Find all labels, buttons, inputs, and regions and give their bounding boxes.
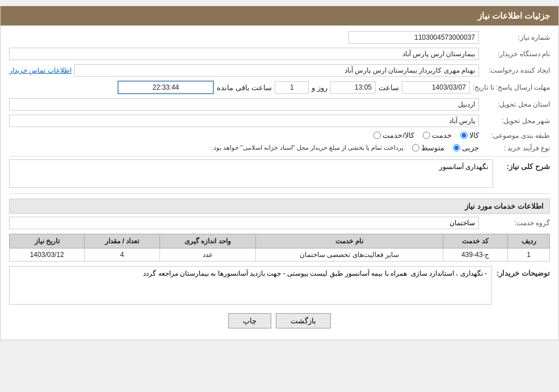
radio-kala-khedmat-item[interactable]: کالا/خدمت bbox=[373, 131, 414, 140]
sharh-niaz-textarea[interactable] bbox=[9, 159, 493, 188]
creator-link[interactable]: اطلاعات تماس خریدار bbox=[9, 66, 72, 74]
radio-motevaset[interactable] bbox=[412, 144, 419, 151]
services-table: ردیف کد خدمت نام خدمت واحد اندازه گیری ت… bbox=[9, 234, 550, 262]
back-button[interactable]: بازگشت bbox=[276, 313, 331, 328]
name-dastgah-value: بیمارستان ارس پارس آباد bbox=[9, 48, 479, 60]
gorohe-khedmat-label: گروه خدمت: bbox=[482, 219, 550, 227]
shomara-niaz-label: شماره نیاز: bbox=[482, 33, 550, 41]
radio-kala-label: کالا bbox=[469, 131, 479, 140]
shahr-row: شهر محل تحویل: پارس آباد bbox=[9, 115, 550, 127]
gorohe-khedmat-input[interactable] bbox=[9, 217, 479, 229]
radio-khedmat-label: خدمت bbox=[432, 131, 452, 140]
nooe-farayand-label: نوع فرآیند خرید : bbox=[482, 144, 550, 152]
radio-kala-khedmat-label: کالا/خدمت bbox=[383, 131, 414, 140]
page-wrapper: جزئیات اطلاعات نیاز شماره نیاز: 11030045… bbox=[0, 6, 559, 340]
sharh-niaz-content bbox=[9, 159, 493, 189]
cell-name: سایر فعالیت‌های تخصصی ساختمان bbox=[256, 248, 443, 262]
shomara-niaz-row: شماره نیاز: 1103004573000037 bbox=[9, 31, 550, 44]
shomara-niaz-value: 1103004573000037 bbox=[348, 31, 479, 44]
mohlat-label: مهلت ارسال پاسخ: تا تاریخ: bbox=[473, 83, 550, 91]
cell-tedad: 4 bbox=[85, 248, 159, 262]
note-text: پرداخت تمام یا بخشی از مبلغ خریدار محل "… bbox=[211, 144, 404, 151]
sharh-niaz-section: شرح کلی نیاز: bbox=[9, 159, 550, 189]
col-name: نام خدمت bbox=[256, 234, 443, 248]
services-section-title: اطلاعات خدمات مورد نیاز bbox=[9, 199, 550, 214]
buyer-desc-label: توضیحات خریدار: bbox=[497, 266, 550, 277]
radio-khedmat-item[interactable]: خدمت bbox=[423, 131, 452, 140]
col-tarikh: تاریخ نیاز bbox=[10, 234, 85, 248]
services-table-section: ردیف کد خدمت نام خدمت واحد اندازه گیری ت… bbox=[9, 234, 550, 262]
time-label: ساعت bbox=[379, 83, 399, 92]
gorohe-khedmat-row: گروه خدمت: bbox=[9, 217, 550, 229]
cell-tarikh: 1403/03/12 bbox=[10, 248, 85, 262]
ostan-value: اردبیل bbox=[9, 98, 479, 111]
nooe-farayand-row: نوع فرآیند خرید : متوسط جزیی پرداخت تمام… bbox=[9, 144, 550, 152]
buyer-desc-section: توضیحات خریدار: bbox=[9, 266, 550, 305]
print-button[interactable]: چاپ bbox=[228, 313, 271, 328]
cell-vahed: عدد bbox=[159, 248, 256, 262]
radio-kala[interactable] bbox=[460, 132, 468, 139]
radio-motevaset-item[interactable]: متوسط bbox=[412, 144, 444, 152]
tabaqe-row: طبقه بندی موضوعی: کالا/خدمت خدمت کالا bbox=[9, 131, 550, 140]
table-row: 1ج-43-439سایر فعالیت‌های تخصصی ساختمانعد… bbox=[10, 248, 550, 262]
remaining-value: 22:33:44 bbox=[117, 81, 214, 94]
ostan-label: استان محل تحویل: bbox=[482, 100, 550, 108]
divider-1 bbox=[9, 156, 550, 157]
radio-jozee-item[interactable]: جزیی bbox=[453, 144, 479, 152]
radio-khedmat[interactable] bbox=[423, 132, 430, 139]
tabaqe-label: طبقه بندی موضوعی: bbox=[482, 132, 550, 140]
buyer-desc-textarea[interactable] bbox=[9, 266, 492, 305]
time-value: 13:05 bbox=[330, 81, 376, 94]
col-vahed: واحد اندازه گیری bbox=[159, 234, 256, 248]
radio-kala-item[interactable]: کالا bbox=[460, 131, 479, 140]
radio-motevaset-label: متوسط bbox=[421, 144, 444, 152]
cell-radif: 1 bbox=[508, 248, 550, 262]
mohlat-row: مهلت ارسال پاسخ: تا تاریخ: 1403/03/07 سا… bbox=[9, 81, 550, 94]
ostan-row: استان محل تحویل: اردبیل bbox=[9, 98, 550, 111]
content-area: شماره نیاز: 1103004573000037 نام دستگاه … bbox=[1, 26, 558, 340]
name-dastgah-label: نام دستگاه خریدار: bbox=[482, 50, 550, 58]
divider-2 bbox=[9, 193, 550, 194]
creator-row: ایجاد کننده درخواست: بهنام مهری کاربرداز… bbox=[9, 64, 550, 77]
col-kod: کد خدمت bbox=[443, 234, 508, 248]
creator-value: بهنام مهری کاربرداز بیمارستان ارس پارس آ… bbox=[74, 64, 479, 77]
farayand-radio-group: متوسط جزیی bbox=[412, 144, 479, 152]
cell-kod: ج-43-439 bbox=[443, 248, 508, 262]
days-value: 1 bbox=[275, 81, 309, 94]
services-table-head: ردیف کد خدمت نام خدمت واحد اندازه گیری ت… bbox=[10, 234, 550, 248]
col-tedad: تعداد / مقدار bbox=[85, 234, 159, 248]
radio-jozee[interactable] bbox=[453, 144, 460, 151]
buttons-row: بازگشت چاپ bbox=[9, 313, 550, 328]
tabaqe-radio-group: کالا/خدمت خدمت کالا bbox=[373, 131, 479, 140]
shahr-value: پارس آباد bbox=[9, 115, 479, 127]
page-header: جزئیات اطلاعات نیاز bbox=[1, 6, 558, 26]
sharh-niaz-label: شرح کلی نیاز: bbox=[493, 159, 550, 171]
page-title: جزئیات اطلاعات نیاز bbox=[478, 11, 550, 20]
creator-label: ایجاد کننده درخواست: bbox=[482, 66, 550, 74]
radio-jozee-label: جزیی bbox=[462, 144, 479, 152]
remaining-label: ساعت باقی مانده bbox=[217, 83, 272, 92]
table-header-row: ردیف کد خدمت نام خدمت واحد اندازه گیری ت… bbox=[10, 234, 550, 248]
radio-kala-khedmat[interactable] bbox=[373, 132, 381, 139]
date-value: 1403/03/07 bbox=[402, 81, 470, 94]
day-label: روز و bbox=[312, 83, 327, 92]
col-radif: ردیف bbox=[508, 234, 550, 248]
name-dastgah-row: نام دستگاه خریدار: بیمارستان ارس پارس آب… bbox=[9, 48, 550, 60]
services-table-body: 1ج-43-439سایر فعالیت‌های تخصصی ساختمانعد… bbox=[10, 248, 550, 262]
shahr-label: شهر محل تحویل: bbox=[482, 117, 550, 125]
